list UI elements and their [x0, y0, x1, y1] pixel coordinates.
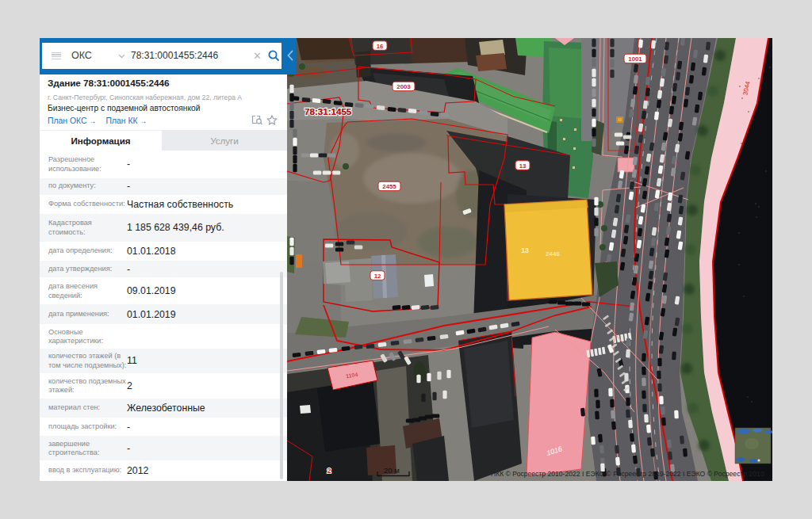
svg-text:2003: 2003 — [396, 83, 411, 90]
svg-text:2: 2 — [327, 467, 331, 475]
svg-text:13: 13 — [521, 246, 529, 254]
svg-text:2446: 2446 — [546, 250, 560, 258]
svg-text:20 м: 20 м — [384, 466, 400, 475]
svg-text:1001: 1001 — [628, 55, 642, 63]
svg-text:2455: 2455 — [382, 183, 396, 190]
svg-text:13: 13 — [519, 162, 527, 170]
svg-text:78:31:1455: 78:31:1455 — [304, 106, 352, 116]
svg-text:ПКК © Росреестр 2010-2022 I ЕЭ: ПКК © Росреестр 2010-2022 I ЕЭКО © Росре… — [491, 470, 764, 478]
svg-text:16: 16 — [377, 43, 384, 50]
svg-text:12: 12 — [374, 273, 381, 280]
